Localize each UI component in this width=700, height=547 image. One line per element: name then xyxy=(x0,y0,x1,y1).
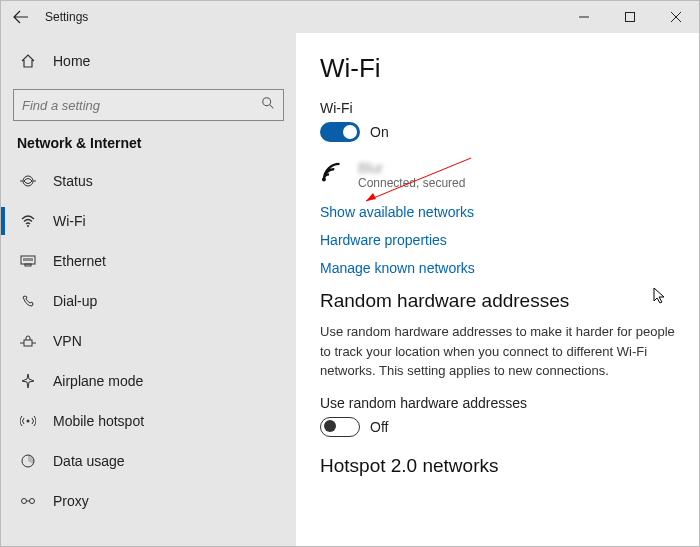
airplane-icon xyxy=(19,372,37,390)
content-area: Home Network & Internet Status Wi-Fi xyxy=(1,33,699,546)
sidebar-home[interactable]: Home xyxy=(1,41,296,81)
svg-point-4 xyxy=(263,98,271,106)
proxy-icon xyxy=(19,492,37,510)
random-hw-desc: Use random hardware addresses to make it… xyxy=(320,322,675,381)
sidebar-section-header: Network & Internet xyxy=(1,131,296,161)
close-button[interactable] xyxy=(653,1,699,33)
search-wrap xyxy=(1,81,296,131)
wifi-toggle-row: On xyxy=(320,122,675,142)
titlebar: Settings xyxy=(1,1,699,33)
back-button[interactable] xyxy=(1,1,41,33)
svg-line-5 xyxy=(270,105,274,109)
settings-window: Settings Home Network & Internet Statu xyxy=(0,0,700,547)
search-box[interactable] xyxy=(13,89,284,121)
close-icon xyxy=(671,12,681,22)
sidebar-home-label: Home xyxy=(53,53,90,69)
link-manage-known[interactable]: Manage known networks xyxy=(320,260,675,276)
search-input[interactable] xyxy=(22,98,261,113)
sidebar-item-label: Ethernet xyxy=(53,253,106,269)
random-hw-toggle[interactable] xyxy=(320,417,360,437)
vpn-icon xyxy=(19,332,37,350)
link-show-networks[interactable]: Show available networks xyxy=(320,204,675,220)
page-title: Wi-Fi xyxy=(320,53,675,84)
svg-point-9 xyxy=(27,225,29,227)
connection-text: Blur Connected, secured xyxy=(358,160,465,190)
sidebar-item-label: Airplane mode xyxy=(53,373,143,389)
random-hw-toggle-state: Off xyxy=(370,419,388,435)
sidebar-item-airplane[interactable]: Airplane mode xyxy=(1,361,296,401)
random-hw-toggle-label: Use random hardware addresses xyxy=(320,395,675,411)
sidebar-item-hotspot[interactable]: Mobile hotspot xyxy=(1,401,296,441)
maximize-icon xyxy=(625,12,635,22)
sidebar-item-dialup[interactable]: Dial-up xyxy=(1,281,296,321)
current-connection[interactable]: Blur Connected, secured xyxy=(320,160,675,190)
maximize-button[interactable] xyxy=(607,1,653,33)
hotspot-icon xyxy=(19,412,37,430)
home-icon xyxy=(19,52,37,70)
svg-rect-17 xyxy=(24,340,32,346)
wifi-signal-icon xyxy=(320,160,346,190)
wifi-toggle[interactable] xyxy=(320,122,360,142)
minimize-button[interactable] xyxy=(561,1,607,33)
connection-status: Connected, secured xyxy=(358,176,465,190)
datausage-icon xyxy=(19,452,37,470)
status-icon xyxy=(19,172,37,190)
window-title: Settings xyxy=(45,10,88,24)
sidebar-item-proxy[interactable]: Proxy xyxy=(1,481,296,521)
ethernet-icon xyxy=(19,252,37,270)
sidebar-item-ethernet[interactable]: Ethernet xyxy=(1,241,296,281)
connection-ssid: Blur xyxy=(358,160,465,176)
sidebar-item-status[interactable]: Status xyxy=(1,161,296,201)
sidebar-nav: Status Wi-Fi Ethernet Dial-up VPN xyxy=(1,161,296,521)
cutoff-heading: Hotspot 2.0 networks xyxy=(320,455,675,477)
sidebar-item-vpn[interactable]: VPN xyxy=(1,321,296,361)
minimize-icon xyxy=(579,12,589,22)
arrow-left-icon xyxy=(13,9,29,25)
svg-point-20 xyxy=(27,420,30,423)
sidebar-item-label: Data usage xyxy=(53,453,125,469)
dialup-icon xyxy=(19,292,37,310)
svg-point-22 xyxy=(22,499,27,504)
wifi-icon xyxy=(19,212,37,230)
svg-point-25 xyxy=(322,178,326,182)
sidebar: Home Network & Internet Status Wi-Fi xyxy=(1,33,296,546)
main-panel: Wi-Fi Wi-Fi On Blur Connected, secured S… xyxy=(296,33,699,546)
random-hw-toggle-row: Off xyxy=(320,417,675,437)
svg-point-23 xyxy=(30,499,35,504)
link-hardware-properties[interactable]: Hardware properties xyxy=(320,232,675,248)
wifi-toggle-state: On xyxy=(370,124,389,140)
sidebar-item-label: Dial-up xyxy=(53,293,97,309)
svg-rect-1 xyxy=(626,13,635,22)
wifi-section-label: Wi-Fi xyxy=(320,100,675,116)
random-hw-heading: Random hardware addresses xyxy=(320,290,675,312)
search-icon xyxy=(261,96,275,114)
sidebar-item-label: Wi-Fi xyxy=(53,213,86,229)
sidebar-item-label: Status xyxy=(53,173,93,189)
sidebar-item-wifi[interactable]: Wi-Fi xyxy=(1,201,296,241)
sidebar-item-label: Proxy xyxy=(53,493,89,509)
sidebar-item-datausage[interactable]: Data usage xyxy=(1,441,296,481)
sidebar-item-label: Mobile hotspot xyxy=(53,413,144,429)
sidebar-item-label: VPN xyxy=(53,333,82,349)
svg-rect-11 xyxy=(25,264,31,266)
